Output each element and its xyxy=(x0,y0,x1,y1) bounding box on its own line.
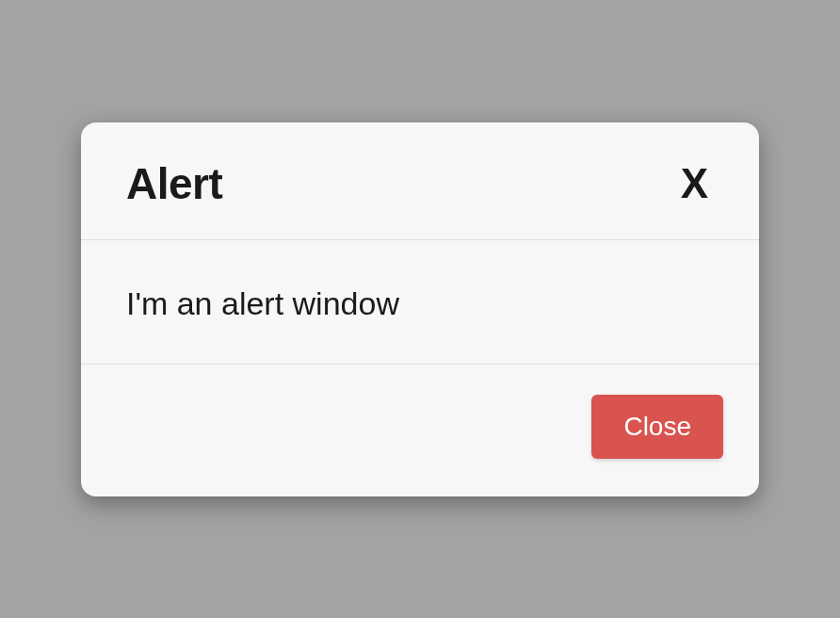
dialog-title: Alert xyxy=(126,158,222,209)
alert-dialog: Alert X I'm an alert window Close xyxy=(81,122,759,496)
close-icon[interactable]: X xyxy=(675,159,714,208)
dialog-header: Alert X xyxy=(81,122,759,240)
dialog-body: I'm an alert window xyxy=(81,240,759,365)
close-button[interactable]: Close xyxy=(591,395,723,459)
dialog-footer: Close xyxy=(81,365,759,496)
dialog-message: I'm an alert window xyxy=(126,285,714,322)
